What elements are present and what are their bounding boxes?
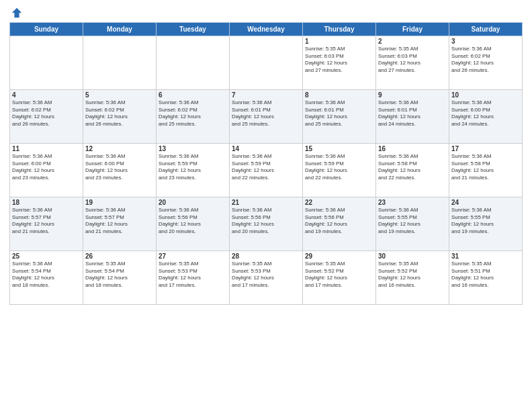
calendar-cell: 28Sunrise: 5:35 AMSunset: 5:53 PMDayligh… [230, 251, 303, 305]
day-number: 16 [378, 145, 447, 152]
day-info: Sunrise: 5:36 AMSunset: 6:02 PMDaylight:… [85, 99, 154, 128]
calendar-cell: 30Sunrise: 5:35 AMSunset: 5:52 PMDayligh… [376, 251, 449, 305]
calendar-cell: 6Sunrise: 5:36 AMSunset: 6:02 PMDaylight… [157, 90, 230, 144]
day-number: 20 [159, 199, 227, 206]
calendar-cell: 2Sunrise: 5:35 AMSunset: 6:03 PMDaylight… [376, 36, 449, 90]
day-info: Sunrise: 5:35 AMSunset: 5:54 PMDaylight:… [85, 261, 154, 289]
day-number: 26 [85, 253, 154, 260]
day-info: Sunrise: 5:36 AMSunset: 5:57 PMDaylight:… [85, 207, 154, 235]
calendar-week-1: 1Sunrise: 5:35 AMSunset: 6:03 PMDaylight… [10, 36, 523, 90]
calendar-cell: 11Sunrise: 5:36 AMSunset: 6:00 PMDayligh… [10, 144, 83, 197]
day-info: Sunrise: 5:36 AMSunset: 5:56 PMDaylight:… [305, 207, 373, 235]
day-info: Sunrise: 5:35 AMSunset: 6:03 PMDaylight:… [378, 46, 447, 74]
day-number: 24 [451, 199, 520, 206]
calendar-cell: 3Sunrise: 5:36 AMSunset: 6:02 PMDaylight… [449, 36, 523, 90]
page: SundayMondayTuesdayWednesdayThursdayFrid… [0, 0, 532, 411]
day-number: 30 [378, 253, 447, 260]
calendar-cell: 24Sunrise: 5:36 AMSunset: 5:55 PMDayligh… [449, 197, 523, 251]
day-number: 11 [12, 145, 81, 152]
calendar-week-5: 25Sunrise: 5:36 AMSunset: 5:54 PMDayligh… [10, 251, 523, 305]
calendar-cell: 14Sunrise: 5:36 AMSunset: 5:59 PMDayligh… [230, 144, 303, 197]
calendar-cell: 21Sunrise: 5:36 AMSunset: 5:56 PMDayligh… [230, 197, 303, 251]
day-number: 4 [12, 91, 81, 99]
calendar-header-monday: Monday [83, 23, 157, 36]
calendar: SundayMondayTuesdayWednesdayThursdayFrid… [9, 22, 523, 305]
day-number: 29 [305, 253, 373, 260]
calendar-cell: 17Sunrise: 5:36 AMSunset: 5:58 PMDayligh… [449, 144, 523, 197]
day-info: Sunrise: 5:36 AMSunset: 5:59 PMDaylight:… [305, 153, 373, 181]
calendar-cell: 16Sunrise: 5:36 AMSunset: 5:58 PMDayligh… [376, 144, 449, 197]
day-info: Sunrise: 5:36 AMSunset: 5:54 PMDaylight:… [12, 261, 81, 289]
calendar-header-sunday: Sunday [10, 23, 83, 36]
day-number: 1 [305, 38, 373, 45]
calendar-cell: 12Sunrise: 5:36 AMSunset: 6:00 PMDayligh… [83, 144, 157, 197]
day-number: 27 [159, 253, 227, 260]
calendar-cell [83, 36, 157, 90]
day-info: Sunrise: 5:36 AMSunset: 5:59 PMDaylight:… [232, 153, 300, 181]
calendar-header-tuesday: Tuesday [157, 23, 230, 36]
calendar-cell: 18Sunrise: 5:36 AMSunset: 5:57 PMDayligh… [10, 197, 83, 251]
day-number: 22 [305, 199, 373, 206]
day-info: Sunrise: 5:36 AMSunset: 5:58 PMDaylight:… [451, 153, 520, 181]
day-info: Sunrise: 5:35 AMSunset: 5:51 PMDaylight:… [451, 261, 520, 289]
calendar-cell: 4Sunrise: 5:36 AMSunset: 6:02 PMDaylight… [10, 90, 83, 144]
day-number: 25 [12, 253, 81, 260]
calendar-cell: 1Sunrise: 5:35 AMSunset: 6:03 PMDaylight… [303, 36, 376, 90]
calendar-cell: 13Sunrise: 5:36 AMSunset: 5:59 PMDayligh… [157, 144, 230, 197]
calendar-cell [230, 36, 303, 90]
calendar-cell: 27Sunrise: 5:35 AMSunset: 5:53 PMDayligh… [157, 251, 230, 305]
day-number: 6 [159, 91, 227, 99]
day-info: Sunrise: 5:36 AMSunset: 6:01 PMDaylight:… [378, 99, 447, 128]
calendar-cell: 31Sunrise: 5:35 AMSunset: 5:51 PMDayligh… [449, 251, 523, 305]
calendar-cell: 20Sunrise: 5:36 AMSunset: 5:56 PMDayligh… [157, 197, 230, 251]
day-number: 17 [451, 145, 520, 152]
day-info: Sunrise: 5:35 AMSunset: 5:52 PMDaylight:… [378, 261, 447, 289]
day-number: 13 [159, 145, 227, 152]
day-info: Sunrise: 5:36 AMSunset: 6:02 PMDaylight:… [451, 46, 520, 74]
day-number: 15 [305, 145, 373, 152]
calendar-cell: 19Sunrise: 5:36 AMSunset: 5:57 PMDayligh… [83, 197, 157, 251]
calendar-header-friday: Friday [376, 23, 449, 36]
day-number: 23 [378, 199, 447, 206]
header [9, 7, 523, 19]
day-info: Sunrise: 5:36 AMSunset: 6:01 PMDaylight:… [232, 99, 300, 128]
day-info: Sunrise: 5:35 AMSunset: 5:52 PMDaylight:… [305, 261, 373, 289]
calendar-header-row: SundayMondayTuesdayWednesdayThursdayFrid… [10, 23, 523, 36]
calendar-body: 1Sunrise: 5:35 AMSunset: 6:03 PMDaylight… [10, 36, 523, 305]
day-info: Sunrise: 5:35 AMSunset: 5:53 PMDaylight:… [232, 261, 300, 289]
calendar-cell: 9Sunrise: 5:36 AMSunset: 6:01 PMDaylight… [376, 90, 449, 144]
day-info: Sunrise: 5:36 AMSunset: 6:00 PMDaylight:… [85, 153, 154, 181]
day-number: 8 [305, 91, 373, 99]
day-info: Sunrise: 5:36 AMSunset: 6:02 PMDaylight:… [159, 99, 227, 128]
calendar-cell: 10Sunrise: 5:36 AMSunset: 6:00 PMDayligh… [449, 90, 523, 144]
day-info: Sunrise: 5:36 AMSunset: 6:00 PMDaylight:… [451, 99, 520, 128]
day-number: 28 [232, 253, 300, 260]
day-number: 3 [451, 38, 520, 45]
calendar-cell: 25Sunrise: 5:36 AMSunset: 5:54 PMDayligh… [10, 251, 83, 305]
calendar-week-3: 11Sunrise: 5:36 AMSunset: 6:00 PMDayligh… [10, 144, 523, 197]
calendar-header-thursday: Thursday [303, 23, 376, 36]
day-info: Sunrise: 5:36 AMSunset: 5:55 PMDaylight:… [451, 207, 520, 235]
calendar-cell: 23Sunrise: 5:36 AMSunset: 5:55 PMDayligh… [376, 197, 449, 251]
calendar-cell: 7Sunrise: 5:36 AMSunset: 6:01 PMDaylight… [230, 90, 303, 144]
calendar-cell: 5Sunrise: 5:36 AMSunset: 6:02 PMDaylight… [83, 90, 157, 144]
calendar-cell: 15Sunrise: 5:36 AMSunset: 5:59 PMDayligh… [303, 144, 376, 197]
day-info: Sunrise: 5:36 AMSunset: 5:56 PMDaylight:… [232, 207, 300, 235]
day-number: 14 [232, 145, 300, 152]
day-info: Sunrise: 5:36 AMSunset: 6:00 PMDaylight:… [12, 153, 81, 181]
day-number: 10 [451, 91, 520, 99]
day-info: Sunrise: 5:36 AMSunset: 5:55 PMDaylight:… [378, 207, 447, 235]
day-info: Sunrise: 5:36 AMSunset: 5:57 PMDaylight:… [12, 207, 81, 235]
calendar-cell [157, 36, 230, 90]
day-number: 2 [378, 38, 447, 45]
calendar-header-saturday: Saturday [449, 23, 523, 36]
calendar-header-wednesday: Wednesday [230, 23, 303, 36]
day-number: 7 [232, 91, 300, 99]
svg-marker-0 [12, 8, 21, 17]
day-number: 19 [85, 199, 154, 206]
day-info: Sunrise: 5:35 AMSunset: 5:53 PMDaylight:… [159, 261, 227, 289]
calendar-cell: 8Sunrise: 5:36 AMSunset: 6:01 PMDaylight… [303, 90, 376, 144]
logo [9, 7, 23, 19]
day-number: 12 [85, 145, 154, 152]
calendar-cell: 22Sunrise: 5:36 AMSunset: 5:56 PMDayligh… [303, 197, 376, 251]
